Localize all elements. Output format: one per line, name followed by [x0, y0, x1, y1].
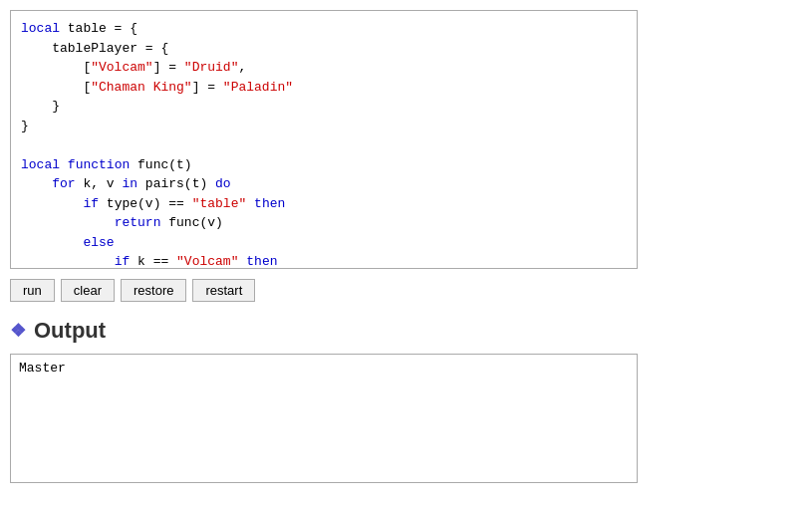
- code-editor-container: local table = { tablePlayer = { ["Volcam…: [10, 10, 638, 269]
- restart-button[interactable]: restart: [192, 279, 255, 302]
- toolbar: run clear restore restart: [10, 279, 802, 302]
- output-heading-label: Output: [34, 318, 106, 344]
- code-editor-scroll[interactable]: local table = { tablePlayer = { ["Volcam…: [11, 11, 637, 268]
- run-button[interactable]: run: [10, 279, 55, 302]
- output-heading: ❖ Output: [10, 318, 802, 344]
- output-section: ❖ Output: [10, 318, 802, 486]
- code-content: local table = { tablePlayer = { ["Volcam…: [21, 19, 627, 268]
- restore-button[interactable]: restore: [121, 279, 186, 302]
- diamond-icon: ❖: [10, 320, 26, 342]
- output-box[interactable]: [10, 354, 638, 483]
- clear-button[interactable]: clear: [61, 279, 115, 302]
